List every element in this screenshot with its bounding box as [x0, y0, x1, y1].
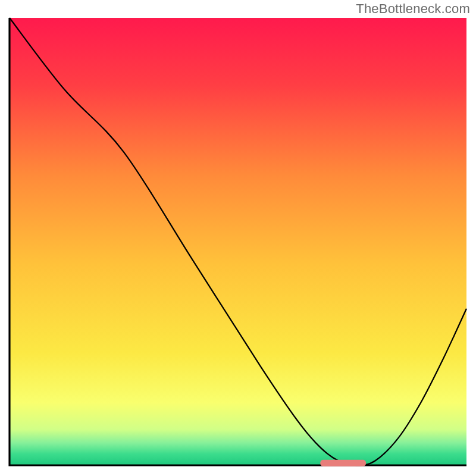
gradient-background [10, 18, 466, 465]
chart-frame: TheBottleneck.com [0, 0, 476, 476]
optimal-range-marker [320, 460, 366, 466]
watermark-text: TheBottleneck.com [356, 1, 470, 17]
chart-svg [6, 17, 470, 470]
plot-area [6, 17, 470, 470]
